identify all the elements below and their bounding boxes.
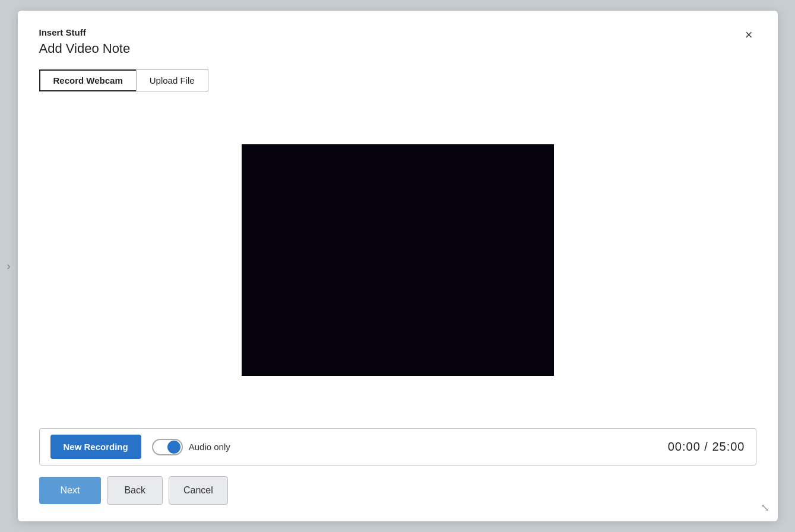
backdrop: › Insert Stuff Add Video Note × Record W… xyxy=(0,0,795,532)
new-recording-button[interactable]: New Recording xyxy=(50,435,141,459)
tab-upload-file[interactable]: Upload File xyxy=(136,69,208,91)
insert-stuff-label: Insert Stuff xyxy=(39,27,131,37)
audio-only-label: Audio only xyxy=(189,442,230,452)
webcam-preview xyxy=(242,144,554,376)
left-arrow-indicator: › xyxy=(7,260,11,273)
modal-subtitle: Add Video Note xyxy=(39,41,131,56)
tab-record-webcam[interactable]: Record Webcam xyxy=(39,69,136,91)
footer-buttons: Next Back Cancel xyxy=(39,476,756,505)
close-button[interactable]: × xyxy=(742,27,756,43)
tab-bar: Record Webcam Upload File xyxy=(39,69,756,91)
cancel-button[interactable]: Cancel xyxy=(169,476,228,505)
next-button[interactable]: Next xyxy=(39,477,102,504)
recording-timer: 00:00 / 25:00 xyxy=(668,440,745,454)
back-button[interactable]: Back xyxy=(107,476,163,505)
audio-only-toggle[interactable] xyxy=(152,439,183,455)
title-group: Insert Stuff Add Video Note xyxy=(39,27,131,56)
recording-bar: New Recording Audio only 00:00 / 25:00 xyxy=(39,428,756,466)
modal-header: Insert Stuff Add Video Note × xyxy=(39,27,756,56)
toggle-knob xyxy=(167,441,180,454)
audio-only-toggle-group: Audio only xyxy=(152,439,230,455)
video-area xyxy=(39,99,756,421)
modal-dialog: › Insert Stuff Add Video Note × Record W… xyxy=(18,11,778,521)
resize-handle[interactable]: ⤡ xyxy=(761,501,769,514)
